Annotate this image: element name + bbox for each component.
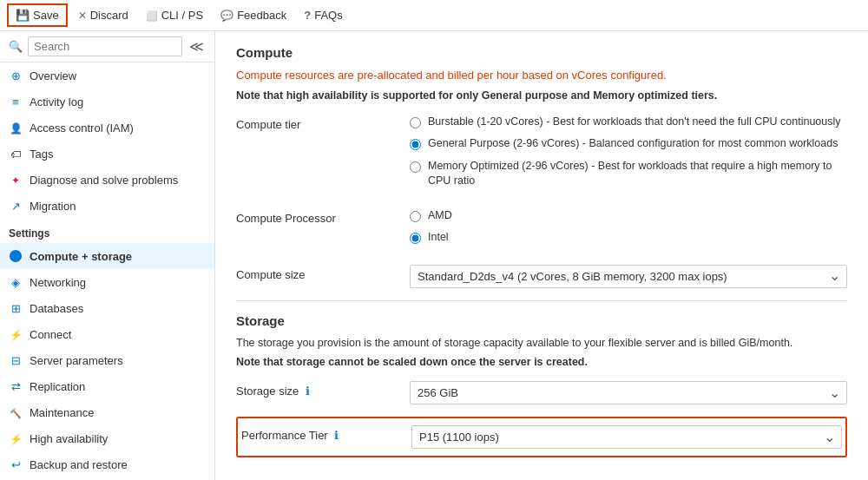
save-icon — [16, 9, 30, 22]
compute-size-row: Compute size Standard_D2ds_v4 (2 vCores,… — [236, 265, 847, 288]
save-label: Save — [33, 9, 59, 22]
sidebar-item-label: Server parameters — [30, 354, 123, 367]
sidebar-item-connect[interactable]: Connect — [0, 321, 214, 347]
storage-size-row: Storage size ℹ 256 GiB — [236, 381, 847, 404]
compute-size-controls: Standard_D2ds_v4 (2 vCores, 8 GiB memory… — [410, 265, 847, 288]
sidebar-item-label: High availability — [30, 432, 108, 445]
compute-processor-row: Compute Processor AMD Intel — [236, 208, 847, 253]
cli-label: CLI / PS — [161, 9, 203, 22]
burstable-radio[interactable] — [410, 117, 421, 128]
general-purpose-label: General Purpose (2-96 vCores) - Balanced… — [428, 136, 838, 152]
feedback-button[interactable]: Feedback — [214, 5, 293, 25]
sidebar-search-container: 🔍 ≪ — [0, 31, 214, 62]
compute-processor-label: Compute Processor — [236, 208, 410, 225]
rep-icon — [9, 379, 23, 393]
memory-optimized-label: Memory Optimized (2-96 vCores) - Best fo… — [428, 159, 847, 189]
compute-size-select-wrapper: Standard_D2ds_v4 (2 vCores, 8 GiB memory… — [410, 265, 847, 288]
compute-title: Compute — [236, 45, 847, 60]
discard-button[interactable]: Discard — [71, 5, 135, 25]
discard-label: Discard — [90, 9, 128, 22]
sidebar-item-migration[interactable]: Migration — [0, 193, 214, 219]
burstable-label: Burstable (1-20 vCores) - Best for workl… — [428, 115, 841, 130]
cli-button[interactable]: CLI / PS — [139, 5, 210, 25]
search-input[interactable] — [28, 36, 182, 56]
compute-info2: Note that high availability is supported… — [236, 88, 847, 104]
performance-tier-select[interactable]: P15 (1100 iops) — [411, 425, 842, 449]
sidebar-item-databases[interactable]: Databases — [0, 295, 214, 321]
maint-icon — [9, 405, 23, 419]
intel-label: Intel — [428, 230, 449, 246]
faqs-label: FAQs — [314, 9, 343, 22]
sidebar-item-label: Tags — [30, 148, 53, 161]
connect-icon — [9, 327, 23, 341]
diag-icon — [9, 173, 23, 187]
sidebar-item-label: Diagnose and solve problems — [30, 174, 178, 187]
sidebar-item-label: Migration — [30, 200, 76, 213]
sidebar-item-activity-log[interactable]: ≡ Activity log — [0, 89, 214, 115]
ha-icon — [9, 431, 23, 445]
tier-burstable-option[interactable]: Burstable (1-20 vCores) - Best for workl… — [410, 115, 847, 130]
list-icon: ≡ — [9, 95, 23, 108]
faq-icon — [304, 9, 311, 22]
sidebar-item-networking[interactable]: Networking — [0, 269, 214, 295]
x-icon — [78, 9, 87, 22]
performance-tier-highlight: Performance Tier ℹ P15 (1100 iops) — [236, 417, 847, 457]
sidebar-item-server-params[interactable]: Server parameters — [0, 347, 214, 373]
backup-icon — [9, 457, 23, 471]
sidebar-item-label: Replication — [30, 380, 85, 393]
save-button[interactable]: Save — [7, 3, 68, 27]
storage-title: Storage — [236, 313, 847, 328]
compute-tier-row: Compute tier Burstable (1-20 vCores) - B… — [236, 115, 847, 196]
tier-general-option[interactable]: General Purpose (2-96 vCores) - Balanced… — [410, 136, 847, 152]
sidebar-item-replication[interactable]: Replication — [0, 373, 214, 399]
sidebar-item-label: Compute + storage — [30, 250, 132, 263]
feedback-icon — [220, 9, 233, 22]
person-icon — [9, 121, 23, 135]
amd-option[interactable]: AMD — [410, 208, 847, 224]
sidebar-item-backup-restore[interactable]: Backup and restore — [0, 451, 214, 477]
compute-size-select[interactable]: Standard_D2ds_v4 (2 vCores, 8 GiB memory… — [410, 265, 847, 288]
collapse-button[interactable]: ≪ — [187, 36, 206, 56]
gear-icon — [9, 249, 23, 263]
performance-tier-row: Performance Tier ℹ P15 (1100 iops) — [238, 422, 845, 452]
sidebar-item-maintenance[interactable]: Maintenance — [0, 399, 214, 425]
tier-memory-option[interactable]: Memory Optimized (2-96 vCores) - Best fo… — [410, 159, 847, 189]
sidebar-item-high-availability[interactable]: High availability — [0, 425, 214, 451]
net-icon — [9, 275, 23, 289]
sidebar-item-access-control[interactable]: Access control (IAM) — [0, 115, 214, 141]
feedback-label: Feedback — [237, 9, 286, 22]
compute-size-label: Compute size — [236, 265, 410, 281]
overview-icon — [9, 69, 23, 82]
intel-radio[interactable] — [410, 233, 421, 244]
toolbar: Save Discard CLI / PS Feedback FAQs — [0, 0, 868, 31]
storage-size-select[interactable]: 256 GiB — [410, 381, 847, 404]
storage-size-select-wrapper: 256 GiB — [410, 381, 847, 404]
intel-option[interactable]: Intel — [410, 230, 847, 246]
performance-tier-controls: P15 (1100 iops) — [411, 425, 845, 449]
sidebar-item-label: Maintenance — [30, 406, 94, 419]
server-icon — [9, 353, 23, 367]
compute-tier-label: Compute tier — [236, 115, 410, 131]
sidebar-item-diagnose[interactable]: Diagnose and solve problems — [0, 167, 214, 193]
compute-info-highlight: Compute resources are pre-allocated and … — [236, 69, 667, 82]
sidebar-item-label: Connect — [30, 328, 71, 341]
storage-size-info-icon: ℹ — [306, 385, 310, 398]
performance-tier-info-icon: ℹ — [334, 429, 339, 442]
sidebar-item-label: Backup and restore — [30, 458, 128, 471]
sidebar-item-overview[interactable]: Overview — [0, 62, 214, 89]
amd-radio[interactable] — [410, 211, 421, 222]
storage-size-controls: 256 GiB — [410, 381, 847, 404]
sidebar-item-compute-storage[interactable]: Compute + storage — [0, 243, 214, 269]
main-layout: 🔍 ≪ Overview ≡ Activity log Access contr… — [0, 31, 868, 480]
memory-optimized-radio[interactable] — [410, 161, 421, 173]
content-area: Compute Compute resources are pre-alloca… — [215, 31, 868, 480]
sidebar-item-tags[interactable]: Tags — [0, 141, 214, 167]
search-icon: 🔍 — [9, 40, 23, 53]
compute-processor-controls: AMD Intel — [410, 208, 847, 253]
amd-label: AMD — [428, 208, 452, 224]
faqs-button[interactable]: FAQs — [297, 5, 349, 25]
sidebar: 🔍 ≪ Overview ≡ Activity log Access contr… — [0, 31, 215, 480]
db-icon — [9, 301, 23, 315]
section-divider — [236, 300, 847, 301]
general-purpose-radio[interactable] — [410, 139, 421, 150]
